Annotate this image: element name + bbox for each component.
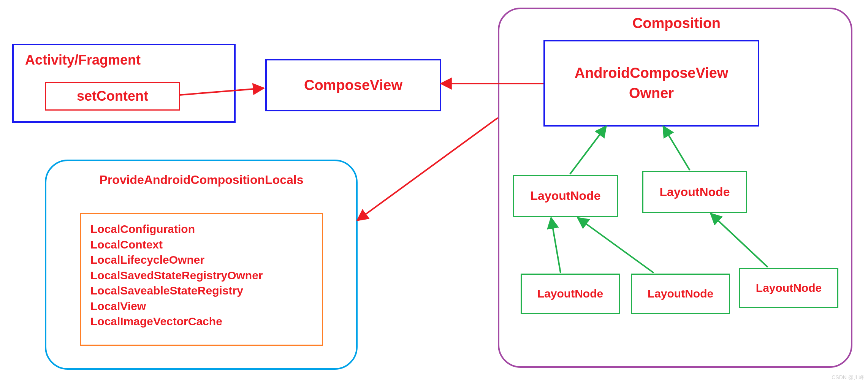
layoutnode-mid-right-label: LayoutNode — [660, 185, 730, 199]
layoutnode-mid-left-label: LayoutNode — [531, 189, 601, 203]
composeview-label: ComposeView — [304, 77, 402, 93]
androidcomposeview-line2: Owner — [629, 85, 674, 101]
composition-title: Composition — [600, 15, 752, 32]
activity-fragment-title: Activity/Fragment — [25, 52, 234, 68]
arrow-owner-to-provide — [357, 118, 498, 220]
layoutnode-mid-right: LayoutNode — [642, 171, 747, 213]
layoutnode-leaf1: LayoutNode — [521, 274, 620, 314]
provide-locals-title: ProvideAndroidCompositionLocals — [84, 173, 319, 187]
watermark: CSDN @川峰 — [832, 374, 864, 381]
androidcomposeview-line1: AndroidComposeView — [575, 65, 729, 81]
androidcomposeview-box: AndroidComposeView Owner — [543, 40, 759, 127]
layoutnode-mid-left: LayoutNode — [513, 175, 618, 217]
layoutnode-leaf1-label: LayoutNode — [537, 287, 603, 300]
setcontent-label: setContent — [77, 88, 148, 104]
layoutnode-leaf3-label: LayoutNode — [756, 282, 822, 294]
composeview-box: ComposeView — [265, 59, 441, 111]
layoutnode-leaf2-label: LayoutNode — [648, 287, 713, 300]
locals-list-box: LocalConfiguration LocalContext LocalLif… — [80, 213, 323, 346]
setcontent-box: setContent — [45, 82, 180, 111]
layoutnode-leaf3: LayoutNode — [739, 268, 838, 308]
layoutnode-leaf2: LayoutNode — [631, 274, 730, 314]
locals-list: LocalConfiguration LocalContext LocalLif… — [90, 222, 312, 329]
